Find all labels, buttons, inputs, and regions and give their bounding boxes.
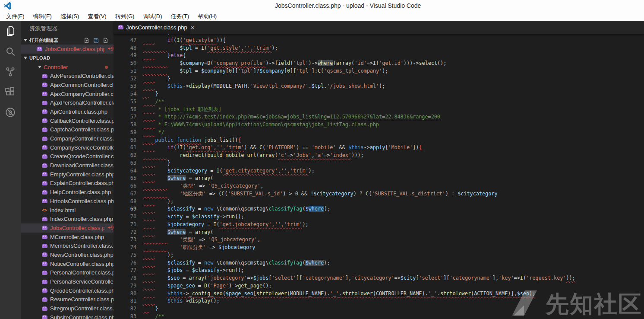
tree-item[interactable]: IndexController.class.php: [21, 214, 114, 223]
tree-item[interactable]: HelpController.class.php: [21, 188, 114, 197]
code-line[interactable]: 70 $city = $classify->run();: [114, 213, 575, 221]
tree-item[interactable]: NewsController.class.php: [21, 250, 114, 259]
tree-item[interactable]: DownloadController.class....: [21, 161, 114, 170]
code-line[interactable]: 72 $where = array(: [114, 229, 575, 236]
php-file-icon: [42, 315, 47, 319]
line-number: 70: [114, 213, 143, 221]
folder-section-header[interactable]: UPLOAD: [21, 54, 114, 63]
code-line[interactable]: 80 $this->_config_seo($page_seo[strtolow…: [114, 290, 575, 298]
tree-item[interactable]: JobsController.class.p..+9: [21, 223, 114, 233]
code-line[interactable]: 63 }: [114, 160, 575, 167]
code-line[interactable]: 78 $seo = array('jobcategory'=>$jobs['se…: [114, 274, 575, 282]
code-line[interactable]: 61 if(!I('get.org','','trim') && C('PLAT…: [114, 144, 575, 152]
tree-item[interactable]: CallbackController.class.php: [21, 116, 114, 125]
code-line[interactable]: 52 }: [114, 75, 575, 83]
code-line[interactable]: 71 $jobcategory = I('get.jobcategory',''…: [114, 221, 575, 229]
menu-item[interactable]: 帮助(H): [193, 13, 221, 20]
tree-item[interactable]: CompanyController.class.p...: [21, 134, 114, 143]
tree-item[interactable]: HrtoolsController.class.php: [21, 197, 114, 206]
close-all-icon[interactable]: [103, 38, 108, 43]
line-number: 77: [114, 267, 143, 274]
tree-item[interactable]: PersonalServiceController....: [21, 277, 114, 286]
code-line[interactable]: 49 }else{: [114, 52, 575, 60]
explorer-icon[interactable]: [0, 21, 21, 41]
tree-item[interactable]: CaptchaController.class.php: [21, 125, 114, 134]
tree-item[interactable]: CreateQrcodeController.cl...: [21, 152, 114, 161]
tree-item[interactable]: PersonalController.class.ph..: [21, 268, 114, 278]
code-line[interactable]: 67 '地区分类' => (C('SUBSITE_VAL.s_id') > 0 …: [114, 190, 575, 198]
code-line[interactable]: 66 '类型' => 'QS_citycategory',: [114, 182, 575, 190]
tree-item[interactable]: ExplainController.class.php: [21, 179, 114, 188]
code-line[interactable]: 64 $citycategory = I('get.citycategory',…: [114, 167, 575, 175]
tree-item[interactable]: MController.class.php: [21, 233, 114, 242]
folder-controller[interactable]: Controller: [21, 63, 114, 72]
code-line[interactable]: 56 * [jobs_list 职位列表]: [114, 106, 575, 114]
tree-item[interactable]: ApiController.class.php: [21, 107, 114, 116]
tree-item[interactable]: <>index.html: [21, 206, 114, 215]
tree-item[interactable]: SitegroupController.class.p..: [21, 304, 114, 313]
php-file-icon: [42, 262, 47, 266]
line-number: 80: [114, 290, 143, 298]
code-line[interactable]: 48 $tpl = I('get.style','','trim');: [114, 45, 575, 52]
new-file-icon[interactable]: [84, 38, 89, 43]
code-line[interactable]: 50 $company=D('company_profile')->field(…: [114, 60, 575, 67]
debug-disabled-icon[interactable]: [0, 102, 21, 122]
code-line[interactable]: 55 /**: [114, 98, 575, 106]
code-line[interactable]: 51 $tpl = $company[0]['tpl']?$company[0]…: [114, 67, 575, 75]
code-line[interactable]: 65 $where = array(: [114, 175, 575, 182]
code-line[interactable]: 58 * E:\WWW\74cms\upload\Application\Com…: [114, 121, 575, 129]
open-editor-item[interactable]: JobsController.class.php..+9: [21, 45, 114, 54]
tree-item[interactable]: SubsiteController.class.php: [21, 313, 114, 319]
menu-item[interactable]: 转到(G): [111, 13, 139, 20]
code-line[interactable]: 46 }: [114, 34, 575, 37]
code-line[interactable]: 76 $classify = new \Common\qscmstag\clas…: [114, 259, 575, 267]
tree-item[interactable]: AjaxCommonController.cla...: [21, 80, 114, 89]
menu-item[interactable]: 文件(F): [2, 13, 29, 20]
line-number: 74: [114, 244, 143, 252]
extensions-icon[interactable]: [0, 82, 21, 102]
code-line[interactable]: 47 if(I('get.style')){: [114, 37, 575, 45]
tree-item[interactable]: AjaxCompanyController.cla..: [21, 89, 114, 99]
tree-item[interactable]: CompanyServiceController...: [21, 143, 114, 152]
code-line[interactable]: 54 }: [114, 90, 575, 98]
code-line[interactable]: 83 /**: [114, 313, 575, 319]
code-line[interactable]: 60 public function jobs_list(){: [114, 137, 575, 144]
menu-item[interactable]: 调试(D): [139, 13, 166, 20]
tree-item[interactable]: NoticeController.class.php: [21, 259, 114, 268]
tree-item[interactable]: QrcodeController.class.php: [21, 286, 114, 295]
vscode-logo-icon: [3, 2, 12, 10]
menu-item[interactable]: 编辑(E): [29, 13, 56, 20]
menu-item[interactable]: 查看(V): [83, 13, 110, 20]
tree-item[interactable]: EmptyController.class.php: [21, 170, 114, 179]
menu-item[interactable]: 任务(T): [166, 13, 193, 20]
code-line[interactable]: 77 $jobs = $classify->run();: [114, 267, 575, 274]
tree-item[interactable]: AjaxPersonalController.cla...: [21, 98, 114, 107]
open-editors-header[interactable]: 打开的编辑器: [21, 36, 114, 45]
code-line[interactable]: 79 $page_seo = D('Page')->get_page();: [114, 282, 575, 290]
search-icon[interactable]: [0, 41, 21, 61]
code-line[interactable]: 68 );: [114, 198, 575, 206]
menu-item[interactable]: 选择(S): [56, 13, 83, 20]
code-line[interactable]: 81 $this->display();: [114, 297, 575, 305]
code-line[interactable]: 57 * http://74cms.test/index.php?m=&c=jo…: [114, 113, 575, 121]
close-icon[interactable]: ×: [191, 24, 195, 31]
save-all-icon[interactable]: [93, 38, 99, 43]
item-label: SitegroupController.class.p..: [50, 305, 114, 312]
code-line[interactable]: 73 '类型' => 'QS_jobcategory',: [114, 236, 575, 244]
code-line[interactable]: 53 $this->display(MODULE_PATH.'View/tpl_…: [114, 83, 575, 90]
code-line[interactable]: 82 }: [114, 305, 575, 313]
code-line[interactable]: 59 */: [114, 129, 575, 137]
tree-item[interactable]: AdvPersonalController.clas...: [21, 71, 114, 80]
code-line[interactable]: 75 );: [114, 252, 575, 259]
code-line[interactable]: 74 '职位分类' => $jobcategory: [114, 244, 575, 252]
source-control-icon[interactable]: [0, 61, 21, 82]
code-editor[interactable]: 46 }47 if(I('get.style')){48 $tpl = I('g…: [114, 34, 644, 319]
item-label: CompanyServiceController...: [50, 144, 114, 151]
tree-item[interactable]: MembersController.class.p...: [21, 241, 114, 250]
line-number: 53: [114, 83, 143, 90]
tab-jobscontroller[interactable]: JobsController.class.php ×: [114, 21, 190, 34]
tree-item[interactable]: ResumeController.class.php: [21, 295, 114, 304]
code-line[interactable]: 69 $classify = new \Common\qscmstag\clas…: [114, 205, 575, 213]
line-number: 52: [114, 75, 143, 83]
code-line[interactable]: 62 redirect(build_mobile_url(array('c'=>…: [114, 152, 575, 160]
